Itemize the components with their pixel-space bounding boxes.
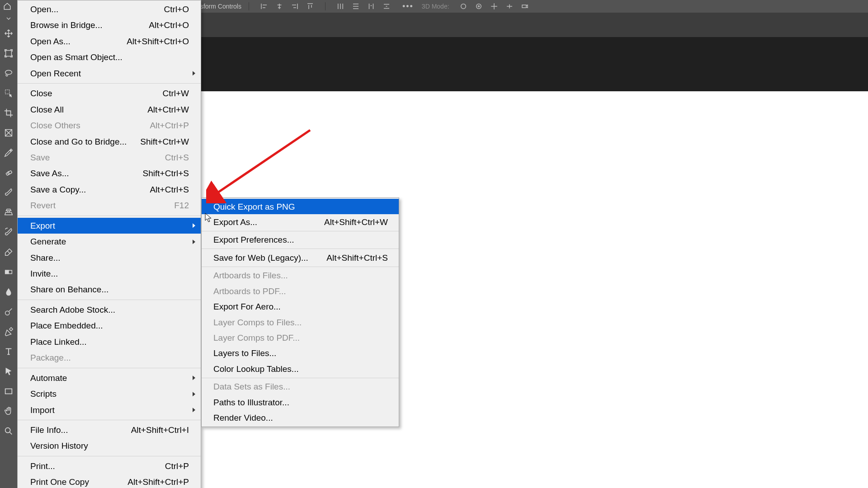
menu-item-shortcut: Ctrl+O xyxy=(164,3,189,16)
export-submenu-item-artboards-pdf: Artboards to PDF... xyxy=(202,283,399,299)
menu-item-label: Version History xyxy=(30,439,88,452)
menu-item-label: Open... xyxy=(30,3,58,16)
menu-separator xyxy=(18,216,201,216)
file-menu-item-open-smart[interactable]: Open as Smart Object... xyxy=(18,49,201,65)
eyedropper-tool-icon[interactable] xyxy=(1,143,16,162)
history-brush-tool-icon[interactable] xyxy=(1,223,16,242)
frame-tool-icon[interactable] xyxy=(1,123,16,142)
file-menu-item-share-behance[interactable]: Share on Behance... xyxy=(18,282,201,297)
healing-brush-tool-icon[interactable] xyxy=(1,163,16,182)
align-top-icon[interactable] xyxy=(305,1,315,11)
eraser-tool-icon[interactable] xyxy=(1,243,16,262)
file-menu-item-save-as[interactable]: Save As...Shift+Ctrl+S xyxy=(18,165,201,181)
file-menu-item-open-recent[interactable]: Open Recent xyxy=(18,66,201,81)
file-menu-item-scripts[interactable]: Scripts xyxy=(18,386,201,402)
slide-3d-icon[interactable] xyxy=(505,1,514,11)
align-right-icon[interactable] xyxy=(290,1,300,11)
menu-item-label: Browse in Bridge... xyxy=(30,19,102,32)
export-submenu-item-export-as[interactable]: Export As...Alt+Shift+Ctrl+W xyxy=(202,214,399,230)
distribute-spacing-h-icon[interactable] xyxy=(366,1,376,11)
file-menu-item-print[interactable]: Print...Ctrl+P xyxy=(18,458,201,474)
object-selection-tool-icon[interactable] xyxy=(1,84,16,103)
type-tool-icon[interactable] xyxy=(1,342,16,361)
pen-tool-icon[interactable] xyxy=(1,322,16,341)
export-submenu-item-quick-export-png[interactable]: Quick Export as PNG xyxy=(202,199,399,214)
file-menu-item-automate[interactable]: Automate xyxy=(18,370,201,386)
roll-3d-icon[interactable] xyxy=(474,1,484,11)
file-menu-item-print-one[interactable]: Print One CopyAlt+Shift+Ctrl+P xyxy=(18,474,201,488)
align-center-h-icon[interactable] xyxy=(274,1,284,11)
file-menu-item-place-embedded[interactable]: Place Embedded... xyxy=(18,318,201,333)
submenu-arrow-icon xyxy=(192,404,196,417)
file-menu-item-close[interactable]: CloseCtrl+W xyxy=(18,85,201,101)
lasso-tool-icon[interactable] xyxy=(1,64,16,83)
file-menu-item-open[interactable]: Open...Ctrl+O xyxy=(18,1,201,17)
dodge-tool-icon[interactable] xyxy=(1,302,16,321)
export-submenu-item-export-prefs[interactable]: Export Preferences... xyxy=(202,232,399,248)
svg-point-2 xyxy=(478,6,479,7)
file-menu-item-save-copy[interactable]: Save a Copy...Alt+Ctrl+S xyxy=(18,182,201,197)
menu-item-label: Paths to Illustrator... xyxy=(213,396,289,409)
svg-point-11 xyxy=(5,311,9,315)
collapse-toolbox-icon[interactable] xyxy=(1,14,16,23)
distribute-h-icon[interactable] xyxy=(335,1,345,11)
file-menu-item-close-all[interactable]: Close AllAlt+Ctrl+W xyxy=(18,102,201,117)
zoom-tool-icon[interactable] xyxy=(1,422,16,441)
distribute-spacing-v-icon[interactable] xyxy=(382,1,392,11)
export-submenu-item-color-lookup[interactable]: Color Lookup Tables... xyxy=(202,361,399,376)
file-menu-item-export[interactable]: Export xyxy=(18,218,201,234)
file-menu-item-share[interactable]: Share... xyxy=(18,250,201,266)
brush-tool-icon[interactable] xyxy=(1,183,16,202)
clone-stamp-tool-icon[interactable] xyxy=(1,203,16,222)
menu-item-label: Search Adobe Stock... xyxy=(30,303,115,316)
file-menu-item-close-bridge[interactable]: Close and Go to Bridge...Shift+Ctrl+W xyxy=(18,134,201,150)
camera-3d-icon[interactable] xyxy=(520,1,530,11)
menu-item-label: Close Others xyxy=(30,119,80,132)
menu-item-shortcut: Ctrl+W xyxy=(162,87,189,100)
rectangle-tool-icon[interactable] xyxy=(1,382,16,401)
pan-3d-icon[interactable] xyxy=(489,1,499,11)
file-menu-item-invite[interactable]: Invite... xyxy=(18,266,201,282)
menu-item-label: Save As... xyxy=(30,167,69,180)
move-tool-icon[interactable] xyxy=(1,24,16,43)
menu-item-label: Scripts xyxy=(30,387,57,400)
file-menu-item-generate[interactable]: Generate xyxy=(18,234,201,249)
export-submenu-item-artboards-files: Artboards to Files... xyxy=(202,268,399,283)
menu-item-label: Automate xyxy=(30,371,67,385)
orbit-3d-icon[interactable] xyxy=(458,1,468,11)
gradient-tool-icon[interactable] xyxy=(1,263,16,282)
more-options-icon[interactable]: ••• xyxy=(402,2,414,11)
export-submenu-item-export-aero[interactable]: Export For Aero... xyxy=(202,299,399,314)
distribute-v-icon[interactable] xyxy=(351,1,361,11)
menu-item-shortcut: Alt+Shift+Ctrl+O xyxy=(127,35,189,48)
export-submenu-item-data-sets: Data Sets as Files... xyxy=(202,379,399,394)
export-submenu-item-layers-to-files[interactable]: Layers to Files... xyxy=(202,346,399,361)
file-menu-item-search-stock[interactable]: Search Adobe Stock... xyxy=(18,302,201,318)
blur-tool-icon[interactable] xyxy=(1,282,16,301)
menu-item-label: Open as Smart Object... xyxy=(30,51,123,64)
menu-item-label: Close xyxy=(30,87,52,100)
menu-item-label: Export Preferences... xyxy=(213,233,294,246)
menu-item-label: Artboards to PDF... xyxy=(213,285,286,298)
file-menu-item-import[interactable]: Import xyxy=(18,402,201,418)
crop-tool-icon[interactable] xyxy=(1,103,16,122)
export-submenu-item-render-video[interactable]: Render Video... xyxy=(202,410,399,426)
menu-separator xyxy=(202,231,399,231)
file-menu-item-version-history[interactable]: Version History xyxy=(18,438,201,454)
svg-rect-12 xyxy=(5,389,12,394)
hand-tool-icon[interactable] xyxy=(1,402,16,421)
artboard-tool-icon[interactable] xyxy=(1,44,16,63)
export-submenu-item-paths-illustrator[interactable]: Paths to Illustrator... xyxy=(202,394,399,410)
file-menu-item-file-info[interactable]: File Info...Alt+Shift+Ctrl+I xyxy=(18,422,201,438)
file-menu-item-open-as[interactable]: Open As...Alt+Shift+Ctrl+O xyxy=(18,33,201,49)
file-menu-item-browse-bridge[interactable]: Browse in Bridge...Alt+Ctrl+O xyxy=(18,17,201,33)
align-left-icon[interactable] xyxy=(259,1,269,11)
export-submenu-item-save-for-web[interactable]: Save for Web (Legacy)...Alt+Shift+Ctrl+S xyxy=(202,250,399,265)
menu-separator xyxy=(202,267,399,267)
path-selection-tool-icon[interactable] xyxy=(1,362,16,381)
file-menu-item-place-linked[interactable]: Place Linked... xyxy=(18,334,201,350)
home-icon[interactable] xyxy=(3,2,12,11)
mode-3d-label: 3D Mode: xyxy=(422,3,449,10)
submenu-arrow-icon xyxy=(192,371,196,385)
svg-rect-6 xyxy=(5,90,9,94)
